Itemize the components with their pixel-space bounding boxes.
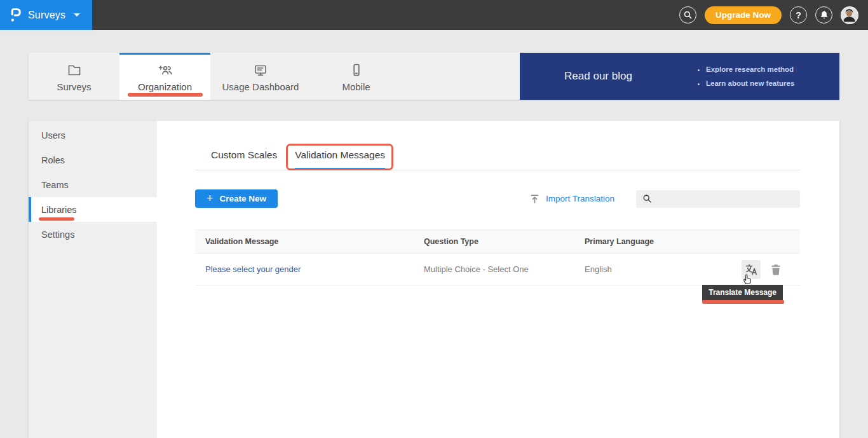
tab-custom-scales[interactable]: Custom Scales bbox=[211, 148, 277, 170]
mobile-icon bbox=[349, 63, 364, 77]
tab-label: Mobile bbox=[342, 81, 370, 92]
column-header-primary-language: Primary Language bbox=[585, 237, 800, 246]
search-input[interactable] bbox=[657, 193, 794, 204]
annotation-underline-organization bbox=[128, 93, 203, 97]
sidebar-item-users[interactable]: Users bbox=[29, 123, 157, 147]
banner-bullet-list: Explore research method Learn about new … bbox=[677, 62, 794, 90]
tab-surveys[interactable]: Surveys bbox=[29, 53, 119, 100]
sidebar-item-roles[interactable]: Roles bbox=[29, 147, 157, 172]
search-icon bbox=[642, 194, 652, 203]
library-tabs: Custom Scales Validation Messages bbox=[195, 148, 800, 170]
tab-label: Usage Dashboard bbox=[222, 81, 299, 92]
help-button[interactable]: ? bbox=[790, 6, 807, 24]
column-header-question-type: Question Type bbox=[424, 237, 585, 246]
question-mark-icon: ? bbox=[796, 10, 801, 20]
upload-icon bbox=[530, 194, 539, 204]
tab-organization[interactable]: Organization bbox=[119, 53, 210, 100]
tab-label: Organization bbox=[138, 81, 192, 92]
caret-down-icon bbox=[74, 13, 80, 17]
annotation-underline-tooltip bbox=[702, 300, 784, 304]
blog-banner[interactable]: Read our blog Explore research method Le… bbox=[520, 53, 839, 100]
screen: Surveys Upgrade Now ? bbox=[0, 0, 868, 438]
sidebar-item-label: Teams bbox=[41, 180, 69, 190]
search-icon bbox=[683, 10, 693, 20]
main-panel: Users Roles Teams Libraries Settings Cus… bbox=[29, 121, 839, 438]
sidebar-item-teams[interactable]: Teams bbox=[29, 172, 157, 197]
banner-title: Read our blog bbox=[520, 70, 677, 83]
create-new-label: Create New bbox=[220, 194, 267, 203]
column-header-validation-message: Validation Message bbox=[195, 237, 424, 246]
sidebar-item-label: Users bbox=[41, 130, 65, 140]
delete-button[interactable] bbox=[771, 264, 781, 275]
row-actions bbox=[742, 260, 800, 279]
sidebar: Users Roles Teams Libraries Settings bbox=[29, 121, 157, 438]
toolbar: + Create New Import Translation bbox=[195, 189, 800, 208]
import-translation-link[interactable]: Import Translation bbox=[530, 194, 614, 204]
primary-language-cell: English bbox=[585, 264, 742, 274]
folder-icon bbox=[67, 63, 82, 77]
tab-label: Validation Messages bbox=[295, 149, 385, 160]
sidebar-item-settings[interactable]: Settings bbox=[29, 222, 157, 247]
translate-icon bbox=[745, 264, 758, 275]
top-bar: Surveys Upgrade Now ? bbox=[0, 0, 868, 30]
translate-tooltip: Translate Message bbox=[702, 285, 783, 301]
tab-validation-messages[interactable]: Validation Messages bbox=[295, 148, 385, 170]
table-row: Please select your gender Multiple Choic… bbox=[195, 254, 800, 285]
tooltip-label: Translate Message bbox=[709, 288, 776, 297]
validation-messages-table: Validation Message Question Type Primary… bbox=[195, 229, 800, 285]
plus-icon: + bbox=[207, 193, 214, 204]
annotation-underline-libraries bbox=[39, 217, 74, 221]
content-area: Custom Scales Validation Messages + Crea… bbox=[157, 121, 839, 438]
question-type-cell: Multiple Choice - Select One bbox=[424, 264, 585, 274]
trash-icon bbox=[771, 264, 781, 275]
sidebar-item-label: Settings bbox=[41, 229, 74, 240]
module-nav: Surveys Organization bbox=[29, 53, 839, 100]
create-new-button[interactable]: + Create New bbox=[195, 189, 278, 208]
banner-bullet: Learn about new features bbox=[706, 76, 794, 90]
organization-icon bbox=[157, 63, 173, 77]
table-header: Validation Message Question Type Primary… bbox=[195, 229, 800, 254]
product-menu-label: Surveys bbox=[28, 10, 65, 21]
bell-icon bbox=[820, 10, 829, 20]
avatar[interactable] bbox=[841, 6, 858, 24]
banner-bullet: Explore research method bbox=[706, 62, 794, 76]
tab-label: Custom Scales bbox=[211, 149, 277, 160]
tab-mobile[interactable]: Mobile bbox=[311, 53, 402, 100]
upgrade-now-button[interactable]: Upgrade Now bbox=[705, 6, 782, 24]
sidebar-item-libraries[interactable]: Libraries bbox=[29, 197, 157, 222]
validation-message-link[interactable]: Please select your gender bbox=[205, 264, 301, 274]
notifications-button[interactable] bbox=[815, 6, 832, 24]
questionpro-logo-icon bbox=[10, 6, 22, 24]
tab-usage-dashboard[interactable]: Usage Dashboard bbox=[210, 53, 311, 100]
table-search bbox=[636, 190, 800, 208]
global-search-button[interactable] bbox=[679, 6, 696, 24]
import-translation-label: Import Translation bbox=[546, 194, 614, 203]
sidebar-item-label: Libraries bbox=[41, 205, 77, 215]
translate-button[interactable] bbox=[742, 260, 761, 279]
top-bar-actions: Upgrade Now ? bbox=[679, 6, 868, 24]
tab-label: Surveys bbox=[57, 81, 91, 92]
product-switcher[interactable]: Surveys bbox=[0, 0, 92, 30]
dashboard-icon bbox=[253, 63, 268, 77]
sidebar-item-label: Roles bbox=[41, 155, 65, 165]
